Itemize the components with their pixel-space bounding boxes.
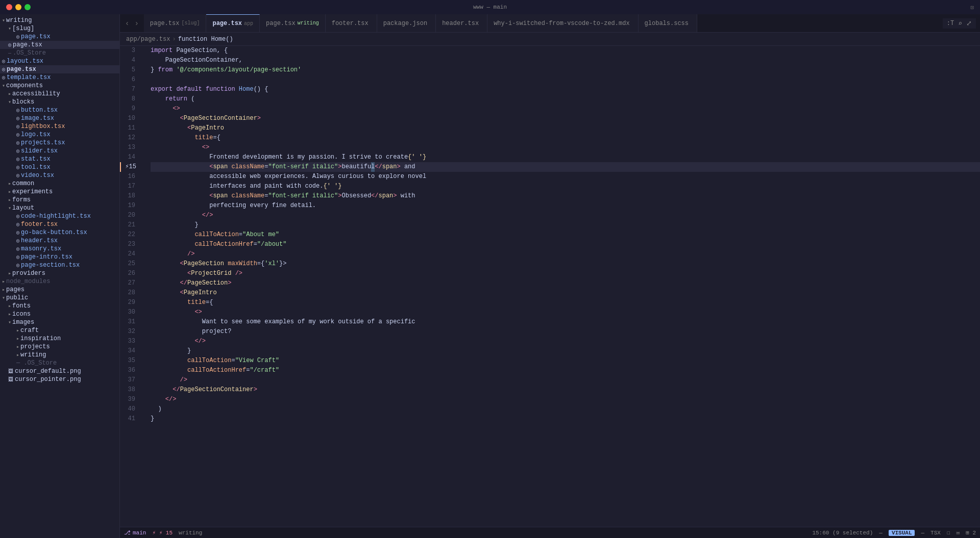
- tabs-container: page.tsx [slug] page.tsx app page.tsx wr…: [144, 14, 952, 33]
- sidebar-item-go-back[interactable]: ◎ go-back-button.tsx: [0, 228, 119, 237]
- code-content[interactable]: import PageSection, { PageSectionContain…: [145, 46, 980, 527]
- sidebar-item-footer-tsx[interactable]: ◎ footer.tsx: [0, 220, 119, 228]
- code-editor[interactable]: 3 4 5 6 7 8 9 10 11 12 13 14 ⚡15 16 17 1…: [120, 46, 980, 527]
- sidebar-item-slider-tsx[interactable]: ◎ slider.tsx: [0, 147, 119, 155]
- sidebar-item-header-tsx[interactable]: ◎ header.tsx: [0, 237, 119, 245]
- tab-globals-scss[interactable]: globals.scss: [639, 14, 697, 33]
- sidebar-item-layout-tsx[interactable]: ◎ layout.tsx: [0, 57, 119, 65]
- line-num-3: 3: [120, 46, 140, 56]
- minimize-button[interactable]: [15, 4, 21, 10]
- code-line-24: />: [151, 249, 980, 259]
- sidebar-item-craft[interactable]: ▸ craft: [0, 326, 119, 335]
- code-line-5: } from '@/components/layout/page-section…: [151, 65, 980, 75]
- sidebar-item-projects-images[interactable]: ▸ projects: [0, 343, 119, 351]
- sidebar-item-public[interactable]: ▾ public: [0, 294, 119, 302]
- code-line-29: title={: [151, 298, 980, 308]
- status-spaces[interactable]: ⊞ 2: [966, 529, 976, 536]
- cursor-position[interactable]: 15:60 (9 selected): [812, 530, 873, 536]
- editor-area: ‹ › page.tsx [slug] page.tsx app page.ts…: [120, 14, 980, 538]
- line-num-26: 26: [120, 269, 140, 278]
- line-num-29: 29: [120, 298, 140, 308]
- sidebar-item-template-tsx[interactable]: ◎ template.tsx: [0, 73, 119, 82]
- line-num-22: 22: [120, 230, 140, 240]
- tab-package-json[interactable]: package.json: [377, 14, 436, 33]
- sidebar-item-writing[interactable]: ▾ writing: [0, 16, 119, 24]
- sidebar-item-images[interactable]: ▾ images: [0, 318, 119, 326]
- tab-page-tsx-writing[interactable]: page.tsx writing: [260, 14, 326, 33]
- sidebar-item-os-store1[interactable]: — .OS_Store: [0, 49, 119, 57]
- sidebar-item-image-tsx[interactable]: ◎ image.tsx: [0, 114, 119, 122]
- separator-dash2: —: [921, 530, 924, 536]
- sidebar-item-page-section[interactable]: ◎ page-section.tsx: [0, 261, 119, 269]
- code-line-11: <PageIntro: [151, 123, 980, 133]
- sidebar-item-lightbox-tsx[interactable]: ◎ lightbox.tsx: [0, 122, 119, 131]
- sidebar-item-page-tsx-main[interactable]: ◎ page.tsx: [0, 65, 119, 73]
- main-area: ▾ writing ▾ [slug] ◎ page.tsx ◎ page.tsx…: [0, 14, 980, 538]
- sidebar-item-common[interactable]: ▸ common: [0, 180, 119, 188]
- status-bar: ⎇ main ⚡ ⚡ 15 writing 15:60 (9 selected)…: [120, 527, 980, 538]
- sidebar-item-icons[interactable]: ▸ icons: [0, 310, 119, 318]
- code-line-39: </>: [151, 395, 980, 404]
- line-num-24: 24: [120, 249, 140, 259]
- sidebar-item-stat-tsx[interactable]: ◎ stat.tsx: [0, 155, 119, 163]
- sidebar-item-button-tsx[interactable]: ◎ button.tsx: [0, 106, 119, 114]
- tab-back-button[interactable]: ‹: [123, 18, 131, 29]
- sidebar-item-page-intro[interactable]: ◎ page-intro.tsx: [0, 253, 119, 261]
- sidebar-item-blocks[interactable]: ▾ blocks: [0, 98, 119, 106]
- tab-footer-tsx[interactable]: footer.tsx: [326, 14, 377, 33]
- status-left: ⎇ main ⚡ ⚡ 15 writing: [124, 529, 202, 536]
- code-line-15: <span className="font-serif italic">beau…: [151, 162, 980, 172]
- close-button[interactable]: [6, 4, 12, 10]
- sidebar-item-page-tsx-slug[interactable]: ◎ page.tsx: [0, 33, 119, 41]
- sidebar-item-video-tsx[interactable]: ◎ video.tsx: [0, 171, 119, 180]
- sidebar-item-layout[interactable]: ▾ layout: [0, 204, 119, 212]
- line-num-35: 35: [120, 356, 140, 366]
- tab-page-tsx-app[interactable]: page.tsx app: [206, 14, 260, 33]
- line-num-5: 5: [120, 65, 140, 75]
- tab-header-tsx[interactable]: header.tsx: [436, 14, 487, 33]
- code-line-37: />: [151, 375, 980, 385]
- tab-page-tsx-slug[interactable]: page.tsx [slug]: [144, 14, 207, 33]
- line-num-21: 21: [120, 220, 140, 230]
- sidebar-item-components[interactable]: ▾ components: [0, 82, 119, 90]
- tab-forward-button[interactable]: ›: [132, 18, 140, 29]
- tab-mdx[interactable]: why-i-switched-from-vscode-to-zed.mdx: [487, 14, 638, 33]
- sidebar-item-tool-tsx[interactable]: ◎ tool.tsx: [0, 163, 119, 171]
- sidebar-item-masonry[interactable]: ◎ masonry.tsx: [0, 245, 119, 253]
- line-num-14: 14: [120, 152, 140, 162]
- sidebar-item-fonts[interactable]: ▸ fonts: [0, 302, 119, 310]
- sidebar-item-cursor-pointer[interactable]: 🖼 cursor_pointer.png: [0, 375, 119, 383]
- sidebar-item-node-modules[interactable]: ▸ node_modules: [0, 277, 119, 286]
- window-title: www — main: [473, 4, 507, 10]
- code-line-35: callToAction="View Craft": [151, 356, 980, 366]
- line-num-7: 7: [120, 85, 140, 94]
- sidebar-item-providers[interactable]: ▸ providers: [0, 269, 119, 277]
- code-line-26: <ProjectGrid />: [151, 269, 980, 278]
- sidebar-item-cursor-default[interactable]: 🖼 cursor_default.png: [0, 367, 119, 375]
- code-line-6: [151, 75, 980, 85]
- line-num-38: 38: [120, 385, 140, 395]
- sidebar-item-inspiration[interactable]: ▸ inspiration: [0, 335, 119, 343]
- sidebar-item-writing-images[interactable]: ▸ writing: [0, 351, 119, 359]
- sidebar-item-experiments[interactable]: ▸ experiments: [0, 188, 119, 196]
- sidebar-item-projects-tsx[interactable]: ◎ projects.tsx: [0, 139, 119, 147]
- line-num-25: 25: [120, 259, 140, 269]
- sidebar-item-pages[interactable]: ▸ pages: [0, 286, 119, 294]
- sidebar-item-accessibility[interactable]: ▸ accessibility: [0, 90, 119, 98]
- sidebar-item-os-store2[interactable]: — .OS_Store: [0, 359, 119, 367]
- expand-icon[interactable]: ⤢: [966, 19, 972, 28]
- format-icon[interactable]: :T: [947, 20, 954, 27]
- sidebar-item-logo-tsx[interactable]: ◎ logo.tsx: [0, 131, 119, 139]
- error-count[interactable]: ⚡ ⚡ 15: [152, 529, 173, 536]
- git-branch-icon[interactable]: ⎇ main: [124, 529, 146, 536]
- sidebar-item-code-highlight[interactable]: ◎ code-hightlight.tsx: [0, 212, 119, 220]
- sidebar-item-forms[interactable]: ▸ forms: [0, 196, 119, 204]
- code-line-10: <PageSectionContainer>: [151, 114, 980, 123]
- search-icon[interactable]: ⌕: [958, 19, 962, 28]
- code-line-7: export default function Home() {: [151, 85, 980, 94]
- maximize-button[interactable]: [24, 4, 31, 10]
- sidebar-item-slug[interactable]: ▾ [slug]: [0, 24, 119, 33]
- language-mode[interactable]: TSX: [930, 530, 941, 536]
- sidebar-item-page-tsx-writing[interactable]: ◎ page.tsx: [0, 41, 119, 49]
- line-num-8: 8: [120, 94, 140, 104]
